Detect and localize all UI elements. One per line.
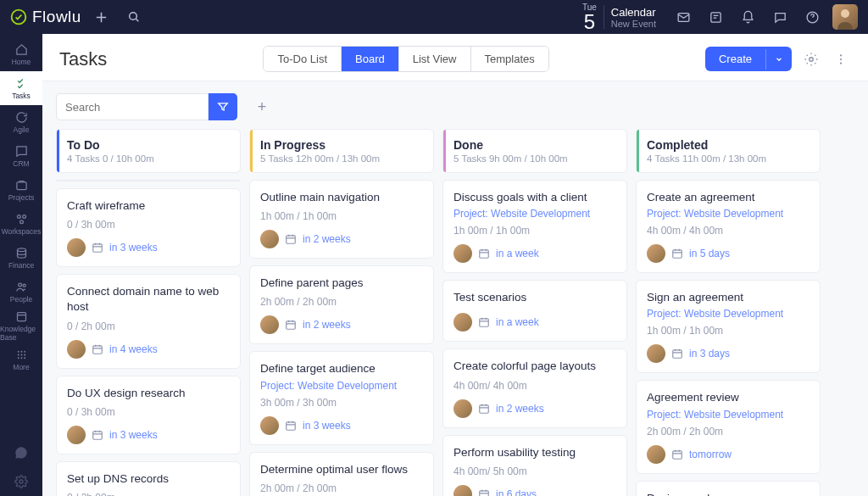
tab-list-view[interactable]: List View bbox=[399, 47, 471, 71]
assignee-avatar bbox=[260, 230, 279, 248]
quick-add-button[interactable]: Quick Add bbox=[57, 181, 149, 181]
card-title: Do UX design research bbox=[67, 386, 230, 401]
task-card[interactable]: Discuss goals with a clientProject: Webs… bbox=[442, 180, 627, 273]
card-title: Craft wireframe bbox=[67, 198, 230, 214]
sidebar-item-more[interactable]: More bbox=[0, 343, 42, 376]
kebab-icon[interactable] bbox=[831, 49, 851, 70]
brand-name: Flowlu bbox=[32, 8, 81, 26]
svg-point-8 bbox=[22, 215, 25, 218]
card-project: Project: Website Development bbox=[647, 308, 810, 320]
sidebar-settings-icon[interactable] bbox=[0, 467, 42, 496]
task-card[interactable]: Connect domain name to web host0 / 2h 00… bbox=[56, 274, 241, 368]
task-card[interactable]: Do UX design research0 / 3h 00min 3 week… bbox=[56, 376, 241, 454]
card-title: Sign an agreement bbox=[647, 290, 810, 305]
kanban-board: To Do4 Tasks 0 / 10h 00mQuick AddFull fo… bbox=[42, 129, 868, 496]
column-meta: 4 Tasks 11h 00m / 13h 00m bbox=[647, 153, 810, 164]
sidebar-item-people[interactable]: People bbox=[0, 275, 42, 309]
svg-point-1 bbox=[130, 13, 137, 20]
left-sidebar: Home Tasks Agile CRM Projects Workspaces bbox=[0, 34, 42, 496]
chat-icon[interactable] bbox=[768, 5, 792, 29]
column-meta: 4 Tasks 0 / 10h 00m bbox=[67, 153, 230, 164]
task-card[interactable]: Craft wireframe0 / 3h 00min 3 weeks bbox=[56, 188, 241, 267]
note-icon[interactable] bbox=[704, 5, 727, 29]
task-card[interactable]: Perform usability testing4h 00m/ 5h 00mi… bbox=[442, 435, 627, 496]
task-card[interactable]: Set up DNS records0 / 2h 00min 4 weeks bbox=[56, 461, 241, 496]
projects-icon bbox=[15, 178, 28, 192]
create-button[interactable]: Create bbox=[705, 47, 792, 71]
help-icon[interactable] bbox=[800, 5, 824, 29]
filter-button[interactable] bbox=[209, 93, 237, 120]
task-card[interactable]: Outline main navigation1h 00m / 1h 00min… bbox=[249, 180, 434, 259]
sidebar-item-home[interactable]: Home bbox=[0, 37, 42, 71]
task-card[interactable]: Sign an agreementProject: Website Develo… bbox=[636, 280, 821, 373]
full-form-button[interactable]: Full form bbox=[149, 181, 241, 181]
svg-rect-41 bbox=[673, 350, 682, 358]
task-card[interactable]: Define parent pages2h 00m / 2h 00min 2 w… bbox=[249, 265, 434, 344]
card-title: Define target audience bbox=[260, 361, 423, 376]
sidebar-item-agile[interactable]: Agile bbox=[0, 105, 42, 139]
column-header[interactable]: Done5 Tasks 9h 00m / 10h 00m bbox=[442, 129, 627, 173]
svg-point-10 bbox=[17, 248, 25, 251]
assignee-avatar bbox=[647, 445, 665, 464]
card-time: 0 / 2h 00m bbox=[67, 320, 230, 332]
task-card[interactable]: Design mockup4h 00m / 5h 00min 2 days bbox=[636, 481, 821, 496]
crm-icon bbox=[15, 144, 28, 158]
card-time: 0 / 2h 00m bbox=[67, 492, 230, 496]
mail-icon[interactable] bbox=[671, 5, 695, 29]
column-header[interactable]: To Do4 Tasks 0 / 10h 00m bbox=[56, 129, 241, 173]
svg-point-14 bbox=[17, 350, 19, 352]
tab-templates[interactable]: Templates bbox=[471, 47, 548, 71]
card-due: in 2 weeks bbox=[303, 319, 351, 331]
task-card[interactable]: Create colorful page layouts4h 00m/ 4h 0… bbox=[442, 348, 627, 427]
card-time: 2h 00m / 2h 00m bbox=[260, 482, 423, 494]
task-card[interactable]: Determine optimal user flows2h 00m / 2h … bbox=[249, 452, 434, 496]
sidebar-item-tasks[interactable]: Tasks bbox=[0, 71, 42, 105]
card-title: Perform usability testing bbox=[453, 445, 616, 460]
sidebar-chat-icon[interactable] bbox=[0, 438, 42, 467]
card-due: in 3 days bbox=[689, 348, 730, 359]
card-due: in 4 weeks bbox=[109, 343, 158, 355]
card-title: Agreement review bbox=[647, 390, 810, 405]
tab-board[interactable]: Board bbox=[342, 47, 399, 71]
card-project: Project: Website Development bbox=[647, 208, 810, 220]
gear-icon[interactable] bbox=[800, 48, 822, 70]
plus-icon[interactable] bbox=[90, 5, 114, 29]
column-header[interactable]: In Progress5 Tasks 12h 00m / 13h 00m bbox=[249, 129, 434, 173]
board-column: Completed4 Tasks 11h 00m / 13h 00mCreate… bbox=[636, 129, 821, 482]
assignee-avatar bbox=[647, 244, 665, 263]
svg-point-24 bbox=[810, 57, 814, 61]
card-due: tomorrow bbox=[689, 449, 732, 460]
add-column-button[interactable]: + bbox=[249, 94, 275, 120]
assignee-avatar bbox=[453, 244, 472, 263]
brand-logo[interactable]: Flowlu bbox=[10, 8, 81, 26]
card-title: Test scenarios bbox=[453, 290, 616, 305]
sidebar-item-projects[interactable]: Projects bbox=[0, 173, 42, 207]
sidebar-item-crm[interactable]: CRM bbox=[0, 139, 42, 173]
search-icon[interactable] bbox=[122, 5, 146, 29]
people-icon bbox=[15, 280, 28, 293]
finance-icon bbox=[15, 246, 28, 259]
sidebar-item-workspaces[interactable]: Workspaces bbox=[0, 207, 42, 241]
chevron-down-icon[interactable] bbox=[765, 49, 792, 70]
sidebar-item-knowledge[interactable]: Knowledge Base bbox=[0, 309, 42, 343]
date-widget[interactable]: Tue 5 Calendar New Event bbox=[582, 3, 656, 32]
create-button-label: Create bbox=[705, 47, 765, 71]
task-card[interactable]: Agreement reviewProject: Website Develop… bbox=[636, 380, 821, 473]
svg-point-22 bbox=[24, 357, 25, 359]
svg-rect-33 bbox=[287, 321, 296, 329]
tab-todo-list[interactable]: To-Do List bbox=[264, 47, 342, 71]
sidebar-item-finance[interactable]: Finance bbox=[0, 241, 42, 275]
board-column: In Progress5 Tasks 12h 00m / 13h 00mOutl… bbox=[249, 129, 434, 482]
bell-icon[interactable] bbox=[736, 5, 760, 29]
task-card[interactable]: Define target audienceProject: Website D… bbox=[249, 351, 434, 444]
svg-point-12 bbox=[23, 284, 25, 287]
column-header[interactable]: Completed4 Tasks 11h 00m / 13h 00m bbox=[636, 129, 821, 173]
task-card[interactable]: Create an agreementProject: Website Deve… bbox=[636, 180, 821, 273]
assignee-avatar bbox=[67, 238, 86, 257]
user-avatar[interactable] bbox=[832, 4, 858, 30]
card-due: in a week bbox=[496, 248, 539, 259]
card-time: 2h 00m / 2h 00m bbox=[647, 426, 810, 437]
svg-point-5 bbox=[841, 9, 849, 18]
task-card[interactable]: Test scenariosin a week bbox=[442, 280, 627, 342]
search-input[interactable] bbox=[56, 93, 209, 120]
